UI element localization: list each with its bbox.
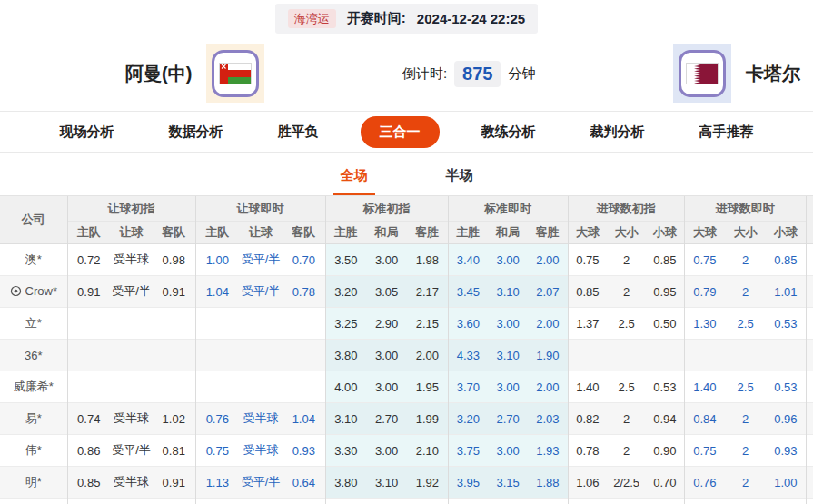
- company-cell[interactable]: 威廉希*: [0, 371, 67, 403]
- home-team-name: 阿曼(中): [125, 62, 192, 86]
- std_live-cell[interactable]: 3.10: [488, 340, 528, 371]
- std_live-cell[interactable]: 3.10: [488, 276, 528, 308]
- goals_live-cell[interactable]: 0.79: [684, 276, 725, 308]
- handicap_live-cell: [283, 340, 325, 371]
- handicap_live-cell[interactable]: 1.00: [195, 244, 239, 276]
- handicap_live-cell[interactable]: 1.04: [283, 403, 325, 435]
- handicap_live-cell[interactable]: 1.13: [195, 467, 239, 499]
- std_live-cell[interactable]: 1.93: [528, 435, 568, 467]
- goals_live-cell[interactable]: 2: [725, 403, 766, 435]
- handicap_live-cell[interactable]: 0.76: [195, 403, 239, 435]
- goals_live-cell[interactable]: 2: [725, 435, 766, 467]
- nav-tab-3[interactable]: 胜平负: [265, 116, 332, 148]
- handicap_live-cell[interactable]: 受平/半: [239, 244, 283, 276]
- nav-tab-4[interactable]: 三合一: [361, 116, 440, 148]
- handicap_live-cell: [239, 308, 283, 340]
- countdown-label: 倒计时:: [402, 65, 447, 83]
- std_live-cell[interactable]: 1.88: [528, 467, 568, 499]
- std_initial-cell: 3.10: [325, 403, 366, 435]
- partial-row: [0, 499, 813, 504]
- std_live-cell[interactable]: 3.45: [448, 276, 488, 308]
- std_live-cell[interactable]: 2.03: [528, 403, 568, 435]
- goals_live-cell[interactable]: 0.76: [684, 467, 725, 499]
- std_live-cell[interactable]: 3.60: [448, 308, 488, 340]
- std_live-cell[interactable]: 3.40: [448, 244, 488, 276]
- handicap_initial-cell: 0.91: [153, 276, 195, 308]
- goals_live-cell[interactable]: 0.93: [766, 435, 806, 467]
- std_live-cell[interactable]: 3.20: [448, 403, 488, 435]
- std_live-cell[interactable]: 3.00: [488, 244, 528, 276]
- goals_initial-cell: 0.75: [568, 244, 607, 276]
- nav-tab-5[interactable]: 教练分析: [469, 116, 549, 148]
- countdown: 倒计时: 875 分钟: [402, 61, 536, 87]
- std_live-cell[interactable]: 3.00: [488, 371, 528, 403]
- handicap_initial-cell: [67, 371, 110, 403]
- sub-header-goals_live-2: 大小: [725, 222, 766, 244]
- goals_live-cell[interactable]: 2.5: [725, 308, 766, 340]
- goals_initial-cell: 0.70: [646, 467, 684, 499]
- std_initial-cell: 2.15: [407, 308, 448, 340]
- std_live-cell[interactable]: 2.00: [528, 371, 568, 403]
- company-cell[interactable]: 易*: [0, 403, 67, 435]
- std_live-cell[interactable]: 3.00: [488, 435, 528, 467]
- std_live-cell[interactable]: 1.90: [528, 340, 568, 371]
- company-cell[interactable]: 36*: [0, 340, 67, 371]
- sub-header-goals_initial-1: 大球: [568, 222, 607, 244]
- goals_live-cell[interactable]: 2.5: [725, 371, 766, 403]
- std_live-cell[interactable]: 3.00: [488, 308, 528, 340]
- goals_initial-cell: 0.53: [646, 371, 684, 403]
- nav-tab-1[interactable]: 现场分析: [47, 116, 127, 148]
- std_initial-cell: 4.00: [325, 371, 366, 403]
- goals_live-cell[interactable]: 1.01: [766, 276, 806, 308]
- handicap_live-cell[interactable]: 1.04: [195, 276, 239, 308]
- company-cell[interactable]: 明*: [0, 467, 67, 499]
- std_live-cell[interactable]: 3.15: [488, 467, 528, 499]
- handicap_live-cell[interactable]: 0.70: [283, 244, 325, 276]
- std_live-cell[interactable]: 2.00: [528, 308, 568, 340]
- goals_live-cell[interactable]: 0.53: [766, 371, 806, 403]
- goals_live-cell[interactable]: 0.96: [766, 403, 806, 435]
- handicap_live-cell[interactable]: 受平/半: [239, 467, 283, 499]
- goals_live-cell[interactable]: 2: [725, 276, 766, 308]
- nav-tab-2[interactable]: 数据分析: [156, 116, 236, 148]
- goals_live-cell[interactable]: 0.75: [684, 244, 725, 276]
- handicap_live-cell[interactable]: 0.75: [195, 435, 239, 467]
- goals_live-cell[interactable]: 0.75: [684, 435, 725, 467]
- company-cell[interactable]: Crow*: [0, 276, 67, 308]
- std_live-cell[interactable]: 4.33: [448, 340, 488, 371]
- sub-tab-2[interactable]: 半场: [439, 158, 481, 195]
- nav-tab-7[interactable]: 高手推荐: [687, 116, 767, 148]
- kickoff-info: 海湾运 开赛时间: 2024-12-24 22:25: [275, 4, 538, 34]
- company-name: 立*: [25, 316, 42, 330]
- nav-tab-6[interactable]: 裁判分析: [578, 116, 658, 148]
- goals_initial-cell: 0.95: [646, 276, 684, 308]
- goals_live-cell[interactable]: 2: [725, 244, 766, 276]
- std_live-cell[interactable]: 2.00: [528, 244, 568, 276]
- goals_live-cell[interactable]: 0.53: [766, 308, 806, 340]
- std_live-cell[interactable]: 3.70: [448, 371, 488, 403]
- handicap_live-cell[interactable]: 受平/半: [239, 276, 283, 308]
- company-cell[interactable]: 立*: [0, 308, 67, 340]
- goals_live-cell[interactable]: 1.00: [766, 467, 806, 499]
- std_live-cell[interactable]: 3.75: [448, 435, 488, 467]
- sub-tab-1[interactable]: 全场: [333, 158, 375, 195]
- std_live-cell[interactable]: 2.07: [528, 276, 568, 308]
- handicap_live-cell[interactable]: 受半球: [239, 403, 283, 435]
- company-cell[interactable]: 伟*: [0, 435, 67, 467]
- handicap_live-cell[interactable]: 0.78: [283, 276, 325, 308]
- std_live-cell[interactable]: 3.95: [448, 467, 488, 499]
- goals_live-cell[interactable]: 0.84: [684, 403, 725, 435]
- goals_live-cell[interactable]: 1.40: [684, 371, 725, 403]
- goals_initial-cell: 1.37: [568, 308, 607, 340]
- goals_live-cell[interactable]: 1.30: [684, 308, 725, 340]
- odds-table: 公司让球初指让球即时标准初指标准即时进球数初指进球数即时主队让球客队主队让球客队…: [0, 195, 813, 504]
- std_live-cell[interactable]: 2.70: [488, 403, 528, 435]
- handicap_live-cell[interactable]: 0.64: [283, 467, 325, 499]
- std_initial-cell: 3.50: [325, 244, 366, 276]
- handicap_live-cell: [283, 371, 325, 403]
- handicap_live-cell[interactable]: 受半球: [239, 435, 283, 467]
- handicap_live-cell[interactable]: 0.93: [283, 435, 325, 467]
- goals_live-cell[interactable]: 2: [725, 467, 766, 499]
- goals_live-cell[interactable]: 0.85: [766, 244, 806, 276]
- company-cell[interactable]: 澳*: [0, 244, 67, 276]
